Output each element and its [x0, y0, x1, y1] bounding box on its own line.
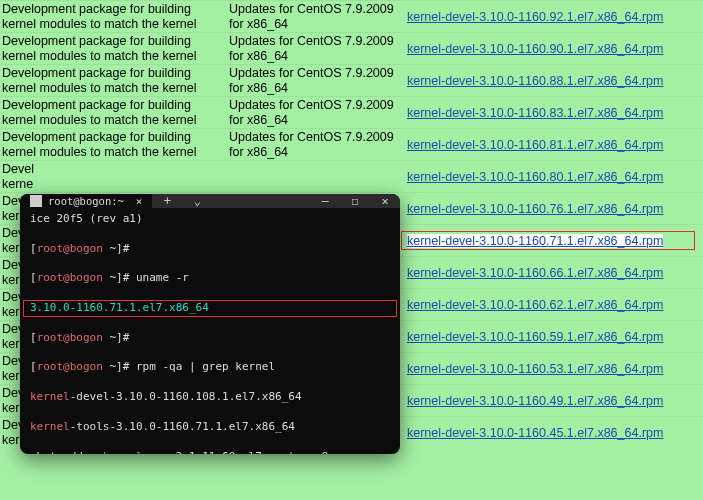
update-source: Updates for CentOS 7.9.2009 for x86_64 [225, 97, 395, 129]
package-link-cell: kernel-devel-3.10.0-1160.80.1.el7.x86_64… [395, 161, 703, 193]
terminal-window: root@bogon:~ × + ⌄ — ☐ ✕ ice 20f5 (rev a… [20, 194, 400, 454]
rpm-link[interactable]: kernel-devel-3.10.0-1160.53.1.el7.x86_64… [407, 362, 663, 376]
rpm-link[interactable]: kernel-devel-3.10.0-1160.83.1.el7.x86_64… [407, 106, 663, 120]
package-link-cell: kernel-devel-3.10.0-1160.88.1.el7.x86_64… [395, 65, 703, 97]
maximize-button[interactable]: ☐ [340, 194, 370, 208]
terminal-line: [root@bogon ~]# rpm -qa | grep kernel [30, 360, 390, 375]
rpm-link[interactable]: kernel-devel-3.10.0-1160.66.1.el7.x86_64… [407, 266, 663, 280]
rpm-link[interactable]: kernel-devel-3.10.0-1160.80.1.el7.x86_64… [407, 170, 663, 184]
package-link-cell: kernel-devel-3.10.0-1160.59.1.el7.x86_64… [395, 321, 703, 353]
rpm-link[interactable]: kernel-devel-3.10.0-1160.76.1.el7.x86_64… [407, 202, 663, 216]
package-link-cell: kernel-devel-3.10.0-1160.83.1.el7.x86_64… [395, 97, 703, 129]
update-source: Updates for CentOS 7.9.2009 for x86_64 [225, 129, 395, 161]
tab-close-icon[interactable]: × [136, 195, 143, 208]
package-description: Development package for building kernel … [0, 97, 225, 129]
package-link-cell: kernel-devel-3.10.0-1160.49.1.el7.x86_64… [395, 385, 703, 417]
close-button[interactable]: ✕ [370, 194, 400, 208]
terminal-line: [root@bogon ~]# uname -r [30, 271, 390, 286]
package-link-cell: kernel-devel-3.10.0-1160.76.1.el7.x86_64… [395, 193, 703, 225]
update-source: Updates for CentOS 7.9.2009 for x86_64 [225, 33, 395, 65]
terminal-line: abrt-addon-kerneloops-2.1.11-60.el7.cent… [30, 450, 390, 455]
update-source: Updates for CentOS 7.9.2009 for x86_64 [225, 65, 395, 97]
package-link-cell: kernel-devel-3.10.0-1160.71.1.el7.x86_64… [395, 225, 703, 257]
package-link-cell: kernel-devel-3.10.0-1160.53.1.el7.x86_64… [395, 353, 703, 385]
update-source [225, 161, 395, 193]
update-source: Updates for CentOS 7.9.2009 for x86_64 [225, 1, 395, 33]
terminal-line: kernel-devel-3.10.0-1160.108.1.el7.x86_6… [30, 390, 390, 405]
terminal-line: ice 20f5 (rev a1) [30, 212, 390, 227]
rpm-link[interactable]: kernel-devel-3.10.0-1160.45.1.el7.x86_64… [407, 426, 663, 440]
terminal-line: kernel-tools-3.10.0-1160.71.1.el7.x86_64 [30, 420, 390, 435]
rpm-link[interactable]: kernel-devel-3.10.0-1160.71.1.el7.x86_64… [407, 234, 663, 248]
new-tab-button[interactable]: + [152, 194, 182, 208]
terminal-line: 3.10.0-1160.71.1.el7.x86_64 [24, 301, 396, 316]
table-row: Development package for building kernel … [0, 1, 703, 33]
table-row: Development package for building kernel … [0, 129, 703, 161]
table-row: Development package for building kernel … [0, 33, 703, 65]
rpm-link[interactable]: kernel-devel-3.10.0-1160.59.1.el7.x86_64… [407, 330, 663, 344]
rpm-link[interactable]: kernel-devel-3.10.0-1160.49.1.el7.x86_64… [407, 394, 663, 408]
table-row: Development package for building kernel … [0, 65, 703, 97]
rpm-link[interactable]: kernel-devel-3.10.0-1160.92.1.el7.x86_64… [407, 10, 663, 24]
package-link-cell: kernel-devel-3.10.0-1160.90.1.el7.x86_64… [395, 33, 703, 65]
terminal-line: [root@bogon ~]# [30, 242, 390, 257]
terminal-titlebar[interactable]: root@bogon:~ × + ⌄ — ☐ ✕ [20, 194, 400, 208]
package-link-cell: kernel-devel-3.10.0-1160.92.1.el7.x86_64… [395, 1, 703, 33]
package-description: Development package for building kernel … [0, 129, 225, 161]
rpm-link[interactable]: kernel-devel-3.10.0-1160.90.1.el7.x86_64… [407, 42, 663, 56]
package-description: Development package for building kernel … [0, 65, 225, 97]
table-row: Development package for building kernel … [0, 97, 703, 129]
rpm-link[interactable]: kernel-devel-3.10.0-1160.88.1.el7.x86_64… [407, 74, 663, 88]
terminal-tab-title: root@bogon:~ [48, 195, 124, 207]
package-link-cell: kernel-devel-3.10.0-1160.81.1.el7.x86_64… [395, 129, 703, 161]
terminal-icon [30, 195, 42, 207]
minimize-button[interactable]: — [310, 194, 340, 208]
rpm-link[interactable]: kernel-devel-3.10.0-1160.81.1.el7.x86_64… [407, 138, 663, 152]
package-link-cell: kernel-devel-3.10.0-1160.45.1.el7.x86_64… [395, 417, 703, 449]
package-description: Development package for building kernel … [0, 33, 225, 65]
tab-dropdown-button[interactable]: ⌄ [182, 194, 212, 208]
package-link-cell: kernel-devel-3.10.0-1160.62.1.el7.x86_64… [395, 289, 703, 321]
package-link-cell: kernel-devel-3.10.0-1160.66.1.el7.x86_64… [395, 257, 703, 289]
terminal-line: [root@bogon ~]# [30, 331, 390, 346]
terminal-body[interactable]: ice 20f5 (rev a1) [root@bogon ~]# [root@… [20, 208, 400, 454]
terminal-tab[interactable]: root@bogon:~ × [20, 194, 152, 208]
table-row: Develkernekernel-devel-3.10.0-1160.80.1.… [0, 161, 703, 193]
package-description: Development package for building kernel … [0, 1, 225, 33]
package-description: Develkerne [0, 161, 225, 193]
rpm-link[interactable]: kernel-devel-3.10.0-1160.62.1.el7.x86_64… [407, 298, 663, 312]
